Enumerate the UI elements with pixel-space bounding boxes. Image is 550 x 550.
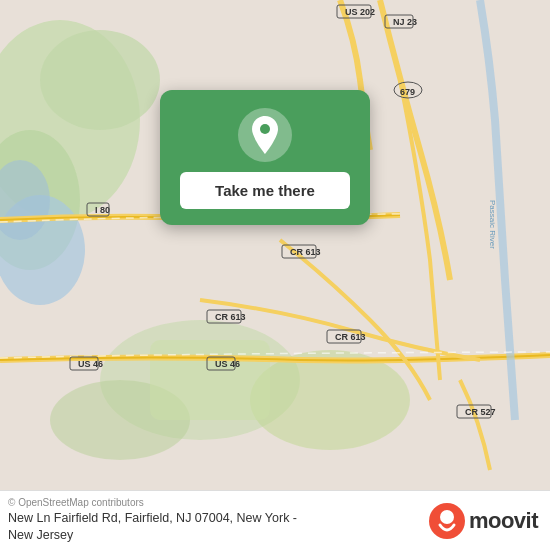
osm-credit: © OpenStreetMap contributors [8,497,297,508]
moovit-icon [429,503,465,539]
footer: © OpenStreetMap contributors New Ln Fair… [0,490,550,550]
address-line2: New Jersey [8,527,297,545]
location-card: Take me there [160,90,370,225]
svg-point-5 [250,350,410,450]
map-container: I 80 US 46 US 46 US 202 NJ 23 679 CR 613… [0,0,550,490]
svg-text:Passaic River: Passaic River [488,200,497,249]
svg-rect-7 [150,340,270,420]
location-pin-icon [238,108,292,162]
svg-point-32 [260,124,270,134]
svg-text:I 80: I 80 [95,205,110,215]
svg-text:679: 679 [400,87,415,97]
footer-left: © OpenStreetMap contributors New Ln Fair… [8,497,297,545]
svg-point-34 [440,510,454,524]
address-line1: New Ln Fairfield Rd, Fairfield, NJ 07004… [8,510,297,528]
moovit-brand-name: moovit [469,508,538,534]
map-background: I 80 US 46 US 46 US 202 NJ 23 679 CR 613… [0,0,550,490]
svg-point-3 [40,30,160,130]
svg-text:US 46: US 46 [78,359,103,369]
svg-text:US 46: US 46 [215,359,240,369]
moovit-logo: moovit [429,503,538,539]
take-me-there-button[interactable]: Take me there [180,172,350,209]
